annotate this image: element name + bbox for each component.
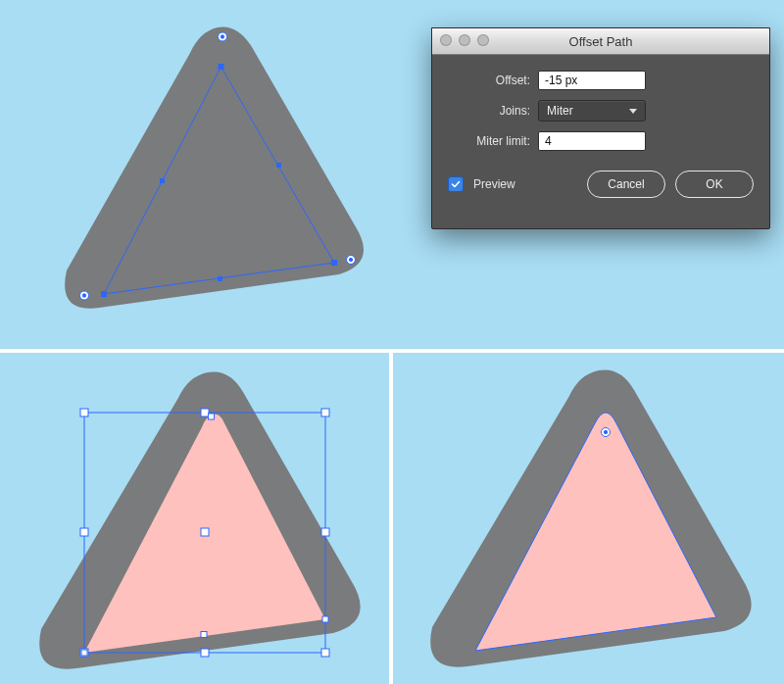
svg-rect-10	[218, 276, 222, 281]
svg-rect-21	[201, 528, 209, 536]
svg-rect-15	[321, 409, 329, 416]
traffic-close-icon[interactable]	[440, 34, 452, 46]
ok-button[interactable]: OK	[675, 171, 754, 198]
preview-label[interactable]: Preview	[473, 177, 515, 191]
canvas-bottom-right[interactable]	[393, 353, 784, 684]
miter-limit-input[interactable]: 4	[538, 131, 646, 151]
artwork-top-shape[interactable]	[45, 18, 388, 341]
svg-rect-24	[81, 650, 87, 656]
svg-rect-9	[276, 163, 281, 168]
svg-rect-7	[331, 260, 337, 266]
chevron-down-icon	[629, 109, 637, 114]
joins-label: Joins:	[452, 104, 538, 118]
miter-limit-label: Miter limit:	[452, 134, 538, 148]
svg-rect-14	[201, 409, 209, 416]
canvas-top[interactable]: Offset Path Offset: -15 px Joins: Miter …	[0, 0, 784, 349]
svg-rect-11	[160, 178, 165, 183]
miter-limit-value: 4	[545, 134, 552, 148]
svg-rect-16	[80, 528, 88, 536]
artwork-br-shape[interactable]	[416, 363, 769, 684]
svg-rect-22	[209, 414, 215, 419]
preview-checkbox[interactable]	[448, 176, 464, 192]
svg-rect-8	[101, 291, 107, 297]
canvas-bottom-left[interactable]	[0, 353, 389, 684]
svg-point-1	[220, 35, 223, 38]
joins-value: Miter	[547, 104, 573, 118]
svg-point-3	[349, 258, 352, 261]
offset-input[interactable]: -15 px	[538, 71, 646, 90]
window-traffic-lights[interactable]	[440, 34, 489, 46]
offset-path-dialog: Offset Path Offset: -15 px Joins: Miter …	[431, 27, 770, 229]
artwork-bl-shape[interactable]	[25, 365, 378, 684]
cancel-button[interactable]: Cancel	[587, 171, 665, 198]
svg-point-27	[604, 430, 607, 433]
svg-rect-23	[322, 616, 328, 622]
svg-point-5	[82, 294, 85, 297]
dialog-titlebar[interactable]: Offset Path	[432, 28, 769, 55]
joins-dropdown[interactable]: Miter	[538, 100, 646, 122]
svg-rect-6	[219, 64, 224, 70]
traffic-minimize-icon[interactable]	[459, 34, 470, 46]
offset-value: -15 px	[545, 73, 577, 87]
svg-rect-17	[321, 528, 329, 536]
cancel-button-label: Cancel	[608, 177, 644, 191]
svg-rect-25	[201, 632, 207, 638]
ok-button-label: OK	[706, 177, 722, 191]
svg-rect-13	[80, 409, 88, 416]
offset-label: Offset:	[452, 73, 538, 87]
svg-rect-20	[321, 649, 329, 657]
traffic-zoom-icon[interactable]	[477, 34, 489, 46]
svg-rect-19	[201, 649, 209, 657]
